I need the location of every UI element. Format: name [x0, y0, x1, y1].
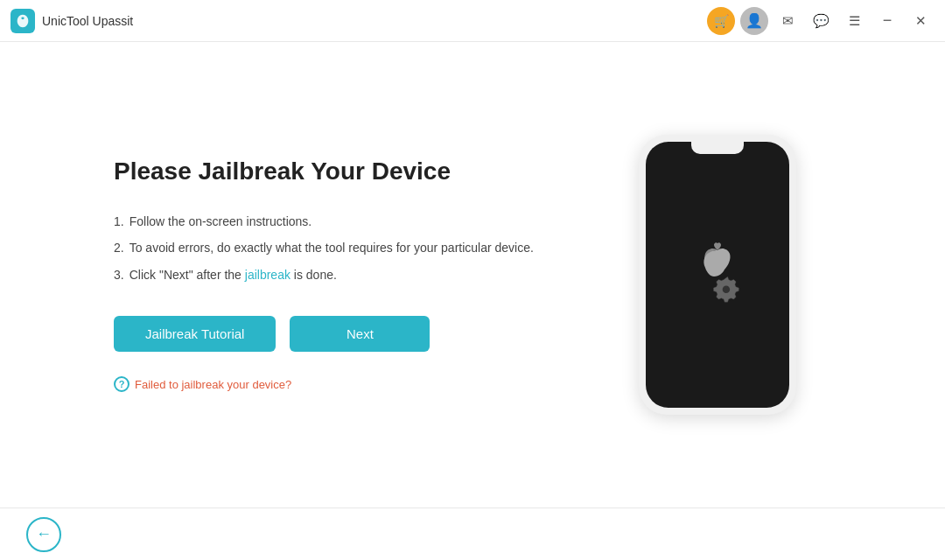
instruction-item-2: 2. To avoid errors, do exactly what the …: [114, 238, 604, 257]
instruction-item-3: 3. Click "Next" after the jailbreak is d…: [114, 265, 604, 284]
main-content: Please Jailbreak Your Device 1. Follow t…: [0, 42, 945, 508]
svg-point-1: [723, 285, 731, 293]
jailbreak-highlight: jailbreak: [245, 268, 290, 282]
instruction-num-1: 1.: [114, 212, 124, 231]
fail-link-row: ? Failed to jailbreak your device?: [114, 376, 604, 392]
jailbreak-tutorial-button[interactable]: Jailbreak Tutorial: [114, 316, 276, 352]
app-icon: [10, 9, 35, 33]
minimize-button[interactable]: −: [873, 7, 901, 35]
instructions-list: 1. Follow the on-screen instructions. 2.…: [114, 212, 604, 284]
button-row: Jailbreak Tutorial Next: [114, 316, 604, 352]
bottom-bar: ←: [0, 508, 945, 560]
close-button[interactable]: ✕: [906, 7, 934, 35]
phone-mockup: [639, 135, 796, 415]
app-title: UnicTool Upassit: [42, 14, 133, 28]
mail-button[interactable]: ✉: [774, 7, 802, 35]
instruction-num-2: 2.: [114, 238, 124, 257]
titlebar: UnicTool Upassit 🛒 👤 ✉ 💬 ☰ − ✕: [0, 0, 945, 42]
instruction-text-1: Follow the on-screen instructions.: [130, 212, 312, 231]
instruction-text-2: To avoid errors, do exactly what the too…: [130, 238, 534, 257]
instruction-item-1: 1. Follow the on-screen instructions.: [114, 212, 604, 231]
instruction-text-3: Click "Next" after the jailbreak is done…: [130, 265, 337, 284]
chat-button[interactable]: 💬: [807, 7, 835, 35]
next-button[interactable]: Next: [290, 316, 430, 352]
titlebar-left: UnicTool Upassit: [10, 9, 133, 33]
cart-button[interactable]: 🛒: [707, 7, 735, 35]
titlebar-right: 🛒 👤 ✉ 💬 ☰ − ✕: [707, 7, 934, 35]
content-left: Please Jailbreak Your Device 1. Follow t…: [114, 158, 604, 392]
profile-button[interactable]: 👤: [740, 7, 768, 35]
instruction-num-3: 3.: [114, 265, 124, 284]
back-icon: ←: [36, 525, 52, 543]
help-icon: ?: [114, 376, 130, 392]
jailbreak-icon: [682, 240, 752, 310]
phone-screen: [646, 142, 789, 408]
menu-button[interactable]: ☰: [840, 7, 868, 35]
back-button[interactable]: ←: [26, 517, 61, 552]
fail-jailbreak-link[interactable]: Failed to jailbreak your device?: [135, 378, 291, 391]
phone-container: [604, 135, 831, 415]
page-title: Please Jailbreak Your Device: [114, 158, 604, 186]
phone-notch: [691, 142, 744, 154]
